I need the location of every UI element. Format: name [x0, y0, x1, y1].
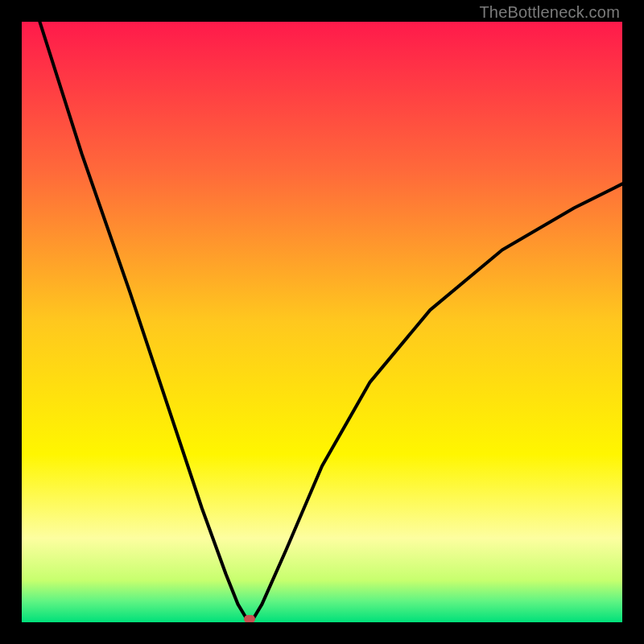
background-gradient [22, 22, 622, 622]
watermark-text: TheBottleneck.com [479, 3, 620, 22]
svg-rect-0 [22, 22, 622, 622]
chart-frame: TheBottleneck.com [0, 0, 644, 644]
plot-area [22, 22, 622, 622]
